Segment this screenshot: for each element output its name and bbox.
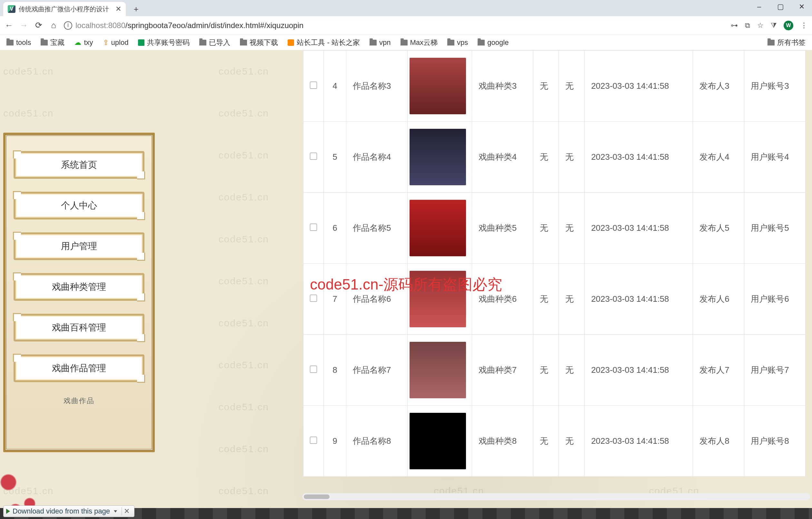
table-row: 4作品名称3戏曲种类3无无2023-03-03 14:41:58发布人3用户账号… (303, 51, 806, 122)
table-row: 9作品名称8戏曲种类8无无2023-03-03 14:41:58发布人8用户账号… (303, 406, 806, 477)
bookmark-zhanzhang[interactable]: 站长工具 - 站长之家 (288, 38, 360, 48)
sidebar-item-home[interactable]: 系统首页 (14, 152, 144, 178)
url-field[interactable]: i localhost:8080/springboota7eoo/admin/d… (64, 21, 725, 30)
row-checkbox[interactable] (310, 366, 317, 373)
row-col4: 无 (533, 406, 559, 477)
row-category: 戏曲种类7 (472, 335, 533, 406)
bookmark-imported[interactable]: 已导入 (199, 38, 230, 48)
chevron-down-icon (114, 510, 117, 513)
bookmark-uplod[interactable]: ⇪uplod (103, 38, 129, 47)
row-checkbox[interactable] (310, 437, 317, 444)
bookmark-shared-pwd[interactable]: 共享账号密码 (138, 38, 190, 48)
bookmark-google[interactable]: google (477, 38, 509, 47)
works-table: 4作品名称3戏曲种类3无无2023-03-03 14:41:58发布人3用户账号… (303, 50, 806, 477)
bookmarks-bar: tools 宝藏 ☁txy ⇪uplod 共享账号密码 已导入 视频下载 站长工… (0, 35, 812, 50)
work-thumbnail[interactable] (410, 271, 466, 327)
nav-reload-button[interactable]: ⟳ (34, 20, 43, 30)
install-app-icon[interactable]: ⧉ (745, 21, 750, 30)
bookmark-max[interactable]: Max云梯 (401, 38, 438, 48)
row-col5: 无 (559, 122, 585, 193)
row-col4: 无 (533, 193, 559, 264)
sidebar-item-profile[interactable]: 个人中心 (14, 193, 144, 219)
tab-title: 传统戏曲推广微信小程序的设计 (19, 5, 109, 13)
row-account: 用户账号6 (744, 264, 806, 335)
bookmark-vps[interactable]: vps (447, 38, 468, 47)
row-thumb-cell (407, 193, 472, 264)
row-publisher: 发布人3 (693, 51, 744, 122)
browser-addressbar: ← → ⟳ ⌂ i localhost:8080/springboota7eoo… (0, 16, 812, 35)
row-name: 作品名称3 (346, 51, 408, 122)
nav-forward-button[interactable]: → (19, 20, 28, 30)
nav-back-button[interactable]: ← (4, 20, 13, 30)
bookmark-vpn[interactable]: vpn (370, 38, 390, 47)
row-checkbox[interactable] (310, 153, 317, 160)
row-name: 作品名称8 (346, 406, 408, 477)
bookmark-txy[interactable]: ☁txy (74, 38, 93, 47)
play-icon (6, 509, 10, 514)
horizontal-scrollbar[interactable] (302, 493, 810, 500)
row-publisher: 发布人5 (693, 193, 744, 264)
row-category: 戏曲种类6 (472, 264, 533, 335)
work-thumbnail[interactable] (410, 129, 466, 185)
row-account: 用户账号8 (744, 406, 806, 477)
row-name: 作品名称6 (346, 264, 408, 335)
row-thumb-cell (407, 51, 472, 122)
sidebar-item-user-mgmt[interactable]: 用户管理 (14, 234, 144, 259)
profile-avatar[interactable]: W (784, 21, 793, 30)
upload-icon: ⇪ (103, 38, 109, 47)
row-publisher: 发布人7 (693, 335, 744, 406)
row-checkbox-cell (303, 193, 324, 264)
password-key-icon[interactable]: ⊶ (731, 21, 738, 30)
nav-home-button[interactable]: ⌂ (49, 20, 58, 30)
row-col5: 无 (559, 335, 585, 406)
bookmark-all[interactable]: 所有书签 (767, 38, 806, 48)
row-publisher: 发布人6 (693, 264, 744, 335)
download-video-bar[interactable]: Download video from this page ✕ (3, 506, 135, 517)
row-time: 2023-03-03 14:41:58 (585, 264, 693, 335)
scrollbar-thumb[interactable] (304, 494, 329, 499)
close-tab-icon[interactable]: ✕ (115, 5, 121, 13)
data-table-wrap[interactable]: 4作品名称3戏曲种类3无无2023-03-03 14:41:58发布人3用户账号… (303, 50, 806, 519)
row-account: 用户账号5 (744, 193, 806, 264)
row-category: 戏曲种类3 (472, 51, 533, 122)
folder-icon (6, 40, 13, 46)
row-checkbox[interactable] (310, 224, 317, 231)
row-checkbox[interactable] (310, 82, 317, 89)
folder-icon (370, 40, 377, 46)
sidebar-item-wiki-mgmt[interactable]: 戏曲百科管理 (14, 315, 144, 340)
work-thumbnail[interactable] (410, 58, 466, 114)
row-col5: 无 (559, 264, 585, 335)
sidebar-item-category-mgmt[interactable]: 戏曲种类管理 (14, 274, 144, 300)
bookmark-star-icon[interactable]: ☆ (757, 21, 764, 30)
row-checkbox-cell (303, 264, 324, 335)
sidebar-item-works-mgmt[interactable]: 戏曲作品管理 (14, 355, 144, 381)
window-close-button[interactable]: ✕ (796, 3, 808, 11)
bookmark-tools[interactable]: tools (6, 38, 31, 47)
work-thumbnail[interactable] (410, 413, 466, 469)
row-checkbox-cell (303, 335, 324, 406)
row-col5: 无 (559, 51, 585, 122)
browser-menu-icon[interactable]: ⋮ (801, 21, 808, 30)
browser-tabbar: V 传统戏曲推广微信小程序的设计 ✕ + – ▢ ✕ (0, 0, 812, 16)
window-maximize-button[interactable]: ▢ (775, 3, 786, 11)
bookmark-baozang[interactable]: 宝藏 (40, 38, 64, 48)
row-checkbox[interactable] (310, 295, 317, 302)
vue-favicon: V (8, 5, 16, 13)
folder-icon (447, 40, 454, 46)
work-thumbnail[interactable] (410, 342, 466, 398)
browser-tab-active[interactable]: V 传统戏曲推广微信小程序的设计 ✕ (3, 2, 126, 16)
url-path: /springboota7eoo/admin/dist/index.html#/… (125, 21, 303, 30)
row-publisher: 发布人8 (693, 406, 744, 477)
window-minimize-button[interactable]: – (753, 3, 765, 11)
extensions-icon[interactable]: ⧩ (771, 21, 777, 30)
row-category: 戏曲种类4 (472, 122, 533, 193)
new-tab-button[interactable]: + (131, 4, 141, 14)
site-info-icon[interactable]: i (64, 21, 72, 30)
close-icon[interactable]: ✕ (122, 507, 132, 515)
row-index: 9 (324, 406, 346, 477)
row-account: 用户账号7 (744, 335, 806, 406)
download-bar-label: Download video from this page (12, 507, 110, 515)
work-thumbnail[interactable] (410, 200, 466, 256)
bookmark-video-dl[interactable]: 视频下载 (240, 38, 278, 48)
table-row: 7作品名称6戏曲种类6无无2023-03-03 14:41:58发布人6用户账号… (303, 264, 806, 335)
